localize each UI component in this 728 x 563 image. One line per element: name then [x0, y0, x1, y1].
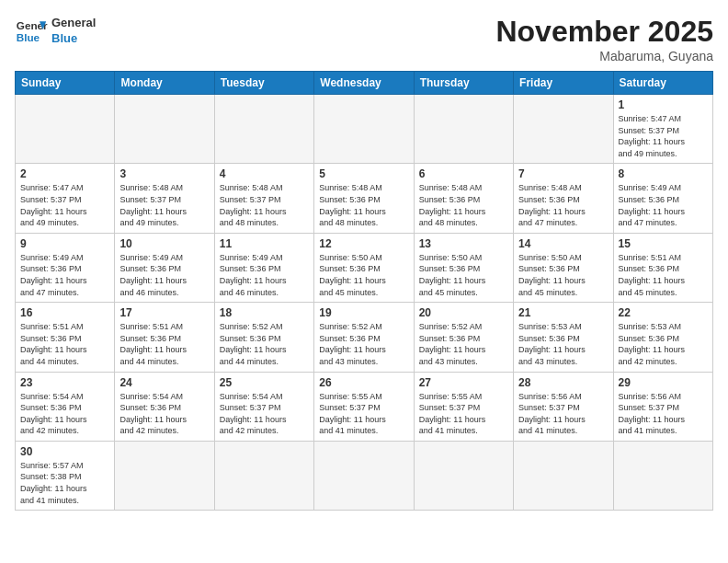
weekday-header-thursday: Thursday: [414, 72, 513, 95]
weekday-header-tuesday: Tuesday: [214, 72, 313, 95]
calendar-day-cell: [214, 441, 313, 510]
day-number: 4: [220, 167, 309, 180]
day-number: 8: [619, 167, 708, 180]
day-number: 19: [319, 306, 408, 319]
day-number: 24: [119, 376, 209, 389]
weekday-header-monday: Monday: [115, 72, 214, 95]
calendar-day-cell: 8Sunrise: 5:49 AM Sunset: 5:36 PM Daylig…: [613, 164, 712, 233]
calendar-day-cell: [314, 441, 414, 510]
calendar-day-cell: [414, 441, 513, 510]
day-info: Sunrise: 5:55 AM Sunset: 5:37 PM Dayligh…: [419, 391, 508, 437]
calendar-day-cell: 1Sunrise: 5:47 AM Sunset: 5:37 PM Daylig…: [613, 95, 712, 164]
day-info: Sunrise: 5:55 AM Sunset: 5:37 PM Dayligh…: [319, 391, 408, 437]
calendar-day-cell: [514, 441, 613, 510]
calendar-week-row: 9Sunrise: 5:49 AM Sunset: 5:36 PM Daylig…: [16, 233, 713, 302]
day-info: Sunrise: 5:52 AM Sunset: 5:36 PM Dayligh…: [319, 321, 408, 367]
calendar-day-cell: 15Sunrise: 5:51 AM Sunset: 5:36 PM Dayli…: [613, 233, 712, 302]
calendar-day-cell: 5Sunrise: 5:48 AM Sunset: 5:36 PM Daylig…: [314, 164, 414, 233]
title-block: November 2025 Mabaruma, Guyana: [495, 15, 713, 63]
calendar-day-cell: 3Sunrise: 5:48 AM Sunset: 5:37 PM Daylig…: [115, 164, 214, 233]
calendar-day-cell: 13Sunrise: 5:50 AM Sunset: 5:36 PM Dayli…: [414, 233, 513, 302]
calendar-week-row: 16Sunrise: 5:51 AM Sunset: 5:36 PM Dayli…: [16, 303, 713, 372]
calendar-week-row: 2Sunrise: 5:47 AM Sunset: 5:37 PM Daylig…: [16, 164, 713, 233]
day-info: Sunrise: 5:48 AM Sunset: 5:36 PM Dayligh…: [518, 182, 608, 228]
day-number: 17: [119, 306, 209, 319]
weekday-header-wednesday: Wednesday: [314, 72, 414, 95]
calendar-day-cell: 10Sunrise: 5:49 AM Sunset: 5:36 PM Dayli…: [115, 233, 214, 302]
day-info: Sunrise: 5:53 AM Sunset: 5:36 PM Dayligh…: [619, 321, 708, 367]
calendar-day-cell: 4Sunrise: 5:48 AM Sunset: 5:37 PM Daylig…: [214, 164, 313, 233]
day-info: Sunrise: 5:48 AM Sunset: 5:37 PM Dayligh…: [220, 182, 309, 228]
calendar-day-cell: 16Sunrise: 5:51 AM Sunset: 5:36 PM Dayli…: [16, 303, 115, 372]
calendar-day-cell: [514, 95, 613, 164]
day-number: 29: [619, 376, 708, 389]
day-number: 10: [119, 237, 209, 250]
day-number: 6: [419, 167, 508, 180]
calendar-day-cell: 9Sunrise: 5:49 AM Sunset: 5:36 PM Daylig…: [16, 233, 115, 302]
day-number: 5: [319, 167, 408, 180]
logo-general: General: [51, 16, 96, 29]
day-info: Sunrise: 5:50 AM Sunset: 5:36 PM Dayligh…: [419, 252, 508, 298]
day-number: 14: [518, 237, 608, 250]
month-title: November 2025: [495, 15, 713, 49]
calendar-day-cell: 12Sunrise: 5:50 AM Sunset: 5:36 PM Dayli…: [314, 233, 414, 302]
calendar-day-cell: 19Sunrise: 5:52 AM Sunset: 5:36 PM Dayli…: [314, 303, 414, 372]
day-info: Sunrise: 5:56 AM Sunset: 5:37 PM Dayligh…: [518, 391, 608, 437]
day-number: 1: [619, 98, 708, 111]
calendar-day-cell: 24Sunrise: 5:54 AM Sunset: 5:36 PM Dayli…: [115, 372, 214, 441]
calendar-day-cell: 28Sunrise: 5:56 AM Sunset: 5:37 PM Dayli…: [514, 372, 613, 441]
day-number: 11: [220, 237, 309, 250]
logo: General Blue General Blue: [15, 15, 96, 48]
calendar-day-cell: [314, 95, 414, 164]
calendar-day-cell: 26Sunrise: 5:55 AM Sunset: 5:37 PM Dayli…: [314, 372, 414, 441]
calendar-day-cell: 20Sunrise: 5:52 AM Sunset: 5:36 PM Dayli…: [414, 303, 513, 372]
page-header: General Blue General Blue November 2025 …: [15, 15, 713, 63]
calendar-day-cell: 11Sunrise: 5:49 AM Sunset: 5:36 PM Dayli…: [214, 233, 313, 302]
day-info: Sunrise: 5:49 AM Sunset: 5:36 PM Dayligh…: [220, 252, 309, 298]
calendar-day-cell: 27Sunrise: 5:55 AM Sunset: 5:37 PM Dayli…: [414, 372, 513, 441]
weekday-header-saturday: Saturday: [613, 72, 712, 95]
day-info: Sunrise: 5:54 AM Sunset: 5:36 PM Dayligh…: [119, 391, 209, 437]
calendar-day-cell: 29Sunrise: 5:56 AM Sunset: 5:37 PM Dayli…: [613, 372, 712, 441]
logo-blue: Blue: [51, 31, 77, 45]
calendar-week-row: 23Sunrise: 5:54 AM Sunset: 5:36 PM Dayli…: [16, 372, 713, 441]
day-info: Sunrise: 5:51 AM Sunset: 5:36 PM Dayligh…: [619, 252, 708, 298]
calendar-day-cell: 7Sunrise: 5:48 AM Sunset: 5:36 PM Daylig…: [514, 164, 613, 233]
calendar-day-cell: [214, 95, 313, 164]
calendar-day-cell: 17Sunrise: 5:51 AM Sunset: 5:36 PM Dayli…: [115, 303, 214, 372]
day-number: 7: [518, 167, 608, 180]
day-number: 26: [319, 376, 408, 389]
day-number: 9: [20, 237, 109, 250]
day-info: Sunrise: 5:48 AM Sunset: 5:37 PM Dayligh…: [119, 182, 209, 228]
svg-text:Blue: Blue: [17, 31, 40, 43]
day-number: 21: [518, 306, 608, 319]
calendar-day-cell: 21Sunrise: 5:53 AM Sunset: 5:36 PM Dayli…: [514, 303, 613, 372]
logo-text: General Blue: [51, 16, 96, 47]
day-number: 22: [619, 306, 708, 319]
day-info: Sunrise: 5:51 AM Sunset: 5:36 PM Dayligh…: [20, 321, 109, 367]
day-number: 20: [419, 306, 508, 319]
calendar-week-row: 30Sunrise: 5:57 AM Sunset: 5:38 PM Dayli…: [16, 441, 713, 510]
day-info: Sunrise: 5:56 AM Sunset: 5:37 PM Dayligh…: [619, 391, 708, 437]
day-info: Sunrise: 5:54 AM Sunset: 5:36 PM Dayligh…: [20, 391, 109, 437]
calendar-table: SundayMondayTuesdayWednesdayThursdayFrid…: [15, 71, 713, 511]
calendar-day-cell: 22Sunrise: 5:53 AM Sunset: 5:36 PM Dayli…: [613, 303, 712, 372]
day-info: Sunrise: 5:48 AM Sunset: 5:36 PM Dayligh…: [419, 182, 508, 228]
day-info: Sunrise: 5:50 AM Sunset: 5:36 PM Dayligh…: [319, 252, 408, 298]
day-info: Sunrise: 5:54 AM Sunset: 5:37 PM Dayligh…: [220, 391, 309, 437]
calendar-day-cell: 23Sunrise: 5:54 AM Sunset: 5:36 PM Dayli…: [16, 372, 115, 441]
day-number: 30: [20, 445, 109, 458]
day-number: 13: [419, 237, 508, 250]
day-number: 2: [20, 167, 109, 180]
day-info: Sunrise: 5:48 AM Sunset: 5:36 PM Dayligh…: [319, 182, 408, 228]
weekday-header-sunday: Sunday: [16, 72, 115, 95]
calendar-day-cell: 2Sunrise: 5:47 AM Sunset: 5:37 PM Daylig…: [16, 164, 115, 233]
day-info: Sunrise: 5:51 AM Sunset: 5:36 PM Dayligh…: [119, 321, 209, 367]
day-info: Sunrise: 5:52 AM Sunset: 5:36 PM Dayligh…: [220, 321, 309, 367]
logo-icon: General Blue: [15, 15, 48, 48]
calendar-week-row: 1Sunrise: 5:47 AM Sunset: 5:37 PM Daylig…: [16, 95, 713, 164]
calendar-day-cell: 6Sunrise: 5:48 AM Sunset: 5:36 PM Daylig…: [414, 164, 513, 233]
calendar-day-cell: 30Sunrise: 5:57 AM Sunset: 5:38 PM Dayli…: [16, 441, 115, 510]
calendar-day-cell: 18Sunrise: 5:52 AM Sunset: 5:36 PM Dayli…: [214, 303, 313, 372]
day-number: 3: [119, 167, 209, 180]
